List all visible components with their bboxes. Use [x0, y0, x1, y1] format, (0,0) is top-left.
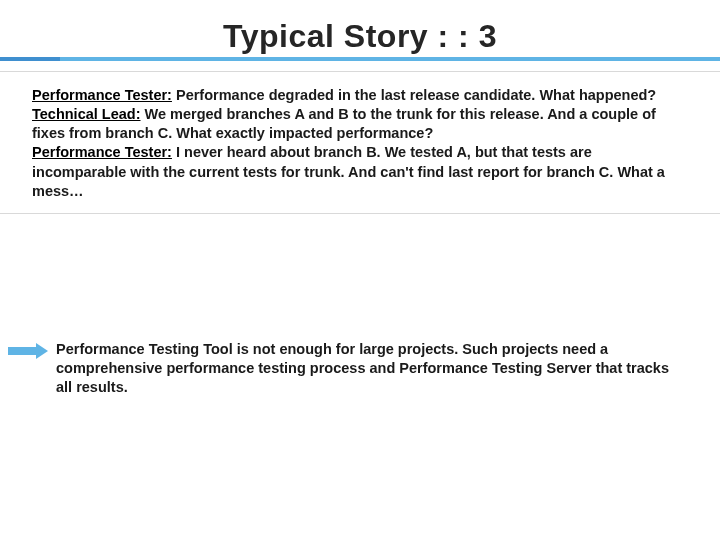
speaker-label: Performance Tester: — [32, 87, 172, 103]
conclusion-block: Performance Testing Tool is not enough f… — [0, 340, 720, 397]
arrow-icon — [8, 344, 48, 358]
conclusion-text: Performance Testing Tool is not enough f… — [56, 340, 680, 397]
dialogue-block: Performance Tester: Performance degraded… — [0, 72, 720, 201]
divider-bottom — [0, 213, 720, 214]
title-area: Typical Story : : 3 — [0, 0, 720, 55]
speaker-label: Technical Lead: — [32, 106, 141, 122]
title-underline — [0, 57, 720, 61]
page-title: Typical Story : : 3 — [0, 18, 720, 55]
speaker-label: Performance Tester: — [32, 144, 172, 160]
dialogue-text: Performance degraded in the last release… — [172, 87, 656, 103]
